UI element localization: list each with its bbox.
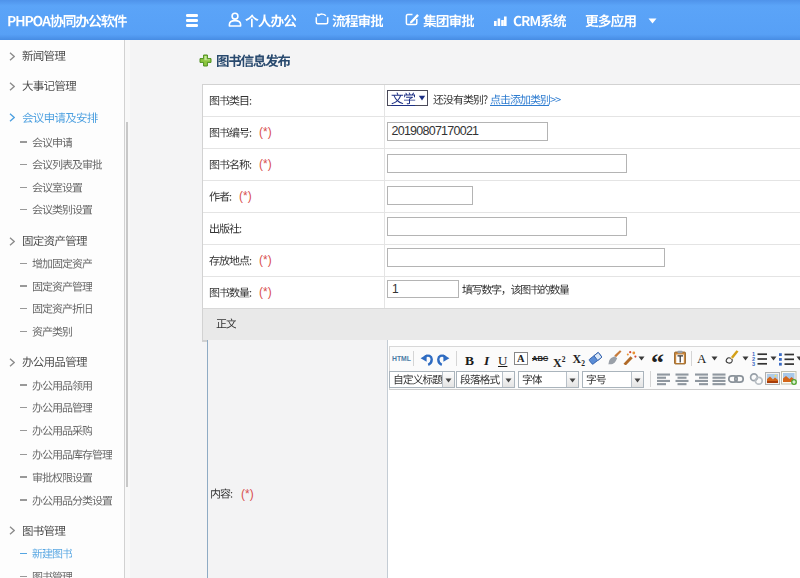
svg-text:3: 3: [752, 361, 755, 366]
